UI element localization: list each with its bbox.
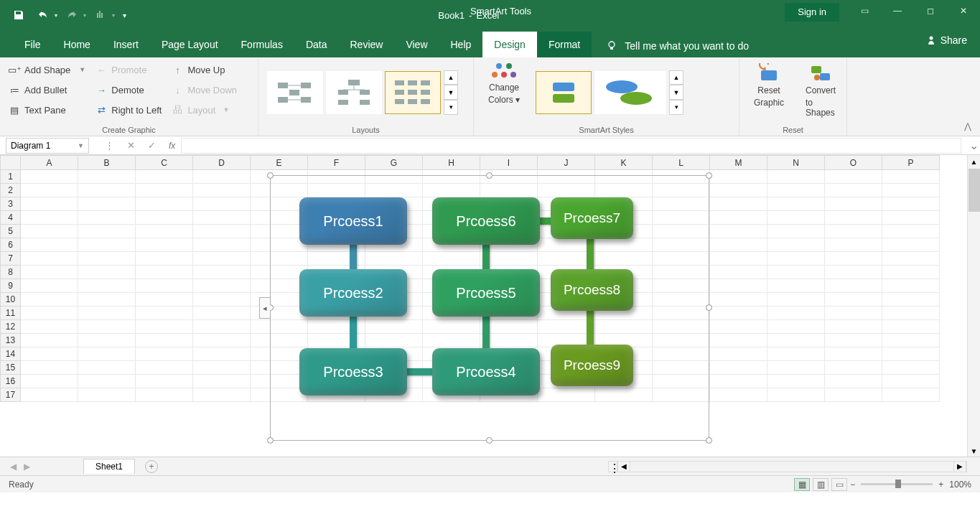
cell[interactable] — [825, 252, 882, 266]
gallery-more-icon[interactable]: ▾ — [444, 100, 458, 115]
cell[interactable] — [710, 252, 767, 266]
reset-graphic-button[interactable]: Reset Graphic — [748, 62, 790, 123]
cell[interactable] — [882, 238, 940, 252]
cell[interactable] — [193, 211, 251, 225]
cell[interactable] — [825, 388, 882, 402]
scroll-thumb[interactable] — [969, 169, 980, 212]
cell[interactable] — [78, 375, 136, 388]
layout-option-2[interactable] — [326, 71, 382, 114]
cell[interactable] — [136, 375, 193, 388]
cell[interactable] — [767, 388, 825, 402]
cell[interactable] — [136, 279, 193, 293]
cell[interactable] — [825, 320, 882, 334]
cell[interactable] — [882, 375, 940, 388]
row-header[interactable]: 10 — [1, 293, 21, 307]
cell[interactable] — [21, 307, 78, 320]
cell[interactable] — [767, 334, 825, 347]
cell[interactable] — [193, 238, 251, 252]
tab-review[interactable]: Review — [339, 32, 395, 57]
promote-button[interactable]: ←Promote — [95, 62, 162, 78]
zoom-level[interactable]: 100% — [949, 480, 971, 490]
scroll-right-icon[interactable]: ▶ — [953, 462, 966, 472]
column-header[interactable]: F — [308, 156, 365, 170]
cell[interactable] — [78, 293, 136, 307]
cell[interactable] — [193, 170, 251, 184]
cell[interactable] — [193, 252, 251, 266]
cell[interactable] — [193, 334, 251, 347]
cell[interactable] — [136, 170, 193, 184]
cell[interactable] — [78, 347, 136, 361]
cell[interactable] — [882, 252, 940, 266]
move-down-button[interactable]: ↓Move Down — [172, 82, 237, 98]
close-icon[interactable]: ✕ — [947, 0, 980, 22]
column-header[interactable]: E — [251, 156, 308, 170]
column-header[interactable]: N — [767, 156, 825, 170]
add-bullet-button[interactable]: ≔Add Bullet — [9, 82, 85, 98]
normal-view-icon[interactable]: ▦ — [794, 478, 810, 491]
collapse-ribbon-icon[interactable]: ⋀ — [964, 121, 971, 131]
row-header[interactable]: 7 — [1, 252, 21, 266]
cell[interactable] — [78, 334, 136, 347]
row-header[interactable]: 14 — [1, 347, 21, 361]
styles-gallery-scroll[interactable]: ▲ ▼ ▾ — [669, 70, 683, 115]
smartart-node[interactable]: Prcoess7 — [551, 197, 633, 239]
cell[interactable] — [78, 266, 136, 279]
cell[interactable] — [136, 347, 193, 361]
styles-down-icon[interactable]: ▼ — [669, 85, 683, 100]
smartart-node[interactable]: Prcoess8 — [551, 269, 633, 311]
layout-option-1[interactable] — [267, 71, 323, 114]
cell[interactable] — [710, 211, 767, 225]
column-header[interactable]: H — [423, 156, 480, 170]
touch-mode-icon[interactable] — [90, 5, 111, 25]
cell[interactable] — [710, 293, 767, 307]
cell[interactable] — [193, 279, 251, 293]
cell[interactable] — [882, 211, 940, 225]
cell[interactable] — [825, 347, 882, 361]
cell[interactable] — [882, 170, 940, 184]
cell[interactable] — [882, 307, 940, 320]
cell[interactable] — [78, 197, 136, 211]
row-header[interactable]: 5 — [1, 225, 21, 238]
cell[interactable] — [193, 184, 251, 197]
cell[interactable] — [882, 197, 940, 211]
cell[interactable] — [21, 184, 78, 197]
styles-gallery[interactable]: ▲ ▼ ▾ — [536, 62, 683, 123]
cell[interactable] — [882, 279, 940, 293]
row-header[interactable]: 6 — [1, 238, 21, 252]
text-pane-toggle[interactable]: ◂ — [259, 297, 270, 319]
tab-formulas[interactable]: Formulas — [230, 32, 294, 57]
cell[interactable] — [825, 238, 882, 252]
cell[interactable] — [767, 279, 825, 293]
styles-more-icon[interactable]: ▾ — [669, 100, 683, 115]
gallery-down-icon[interactable]: ▼ — [444, 85, 458, 100]
cell[interactable] — [136, 361, 193, 375]
cell[interactable] — [882, 184, 940, 197]
cell[interactable] — [136, 252, 193, 266]
column-header[interactable]: A — [21, 156, 78, 170]
style-option-2[interactable] — [594, 71, 666, 114]
row-header[interactable]: 1 — [1, 170, 21, 184]
cell[interactable] — [193, 307, 251, 320]
zoom-slider[interactable] — [861, 483, 933, 485]
undo-icon[interactable] — [33, 5, 53, 25]
resize-handle[interactable] — [267, 437, 274, 444]
smartart-node[interactable]: Prcoess3 — [299, 348, 407, 396]
cell[interactable] — [78, 279, 136, 293]
cell[interactable] — [882, 225, 940, 238]
cell[interactable] — [825, 307, 882, 320]
minimize-icon[interactable]: — — [881, 0, 914, 22]
row-header[interactable]: 11 — [1, 307, 21, 320]
column-header[interactable]: K — [595, 156, 653, 170]
scroll-up-icon[interactable]: ▲ — [968, 155, 980, 168]
sign-in-button[interactable]: Sign in — [785, 3, 839, 22]
cell[interactable] — [21, 211, 78, 225]
column-header[interactable]: J — [538, 156, 595, 170]
tab-help[interactable]: Help — [439, 32, 483, 57]
cell[interactable] — [825, 184, 882, 197]
cell[interactable] — [193, 375, 251, 388]
layouts-gallery-scroll[interactable]: ▲ ▼ ▾ — [444, 70, 458, 115]
cell[interactable] — [78, 238, 136, 252]
cell[interactable] — [710, 184, 767, 197]
styles-up-icon[interactable]: ▲ — [669, 70, 683, 85]
cell[interactable] — [825, 197, 882, 211]
